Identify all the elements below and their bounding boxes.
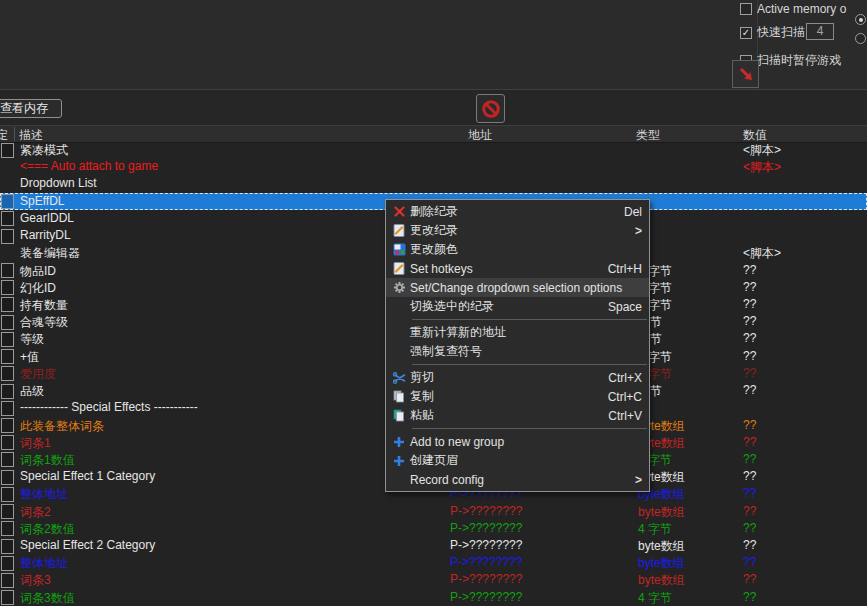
row-freeze-checkbox[interactable] <box>1 539 14 554</box>
row-description: 词条3 <box>20 572 51 589</box>
row-freeze-checkbox[interactable] <box>1 297 14 312</box>
row-description: 整体地址 <box>20 555 68 572</box>
row-value: ?? <box>743 435 756 449</box>
delete-icon <box>388 206 410 217</box>
option-active-memory: Active memory o <box>740 2 846 16</box>
row-description: Special Effect 2 Category <box>20 538 155 552</box>
quick-scan-checkbox[interactable]: ✓ <box>740 27 752 39</box>
context-menu: 删除纪录Del更改纪录>更改颜色Set hotkeysCtrl+HSet/Cha… <box>385 199 650 492</box>
row-description: 词条2 <box>20 504 51 521</box>
row-description: 物品ID <box>20 263 56 280</box>
row-freeze-checkbox[interactable] <box>1 573 14 588</box>
pause-while-scanning-label: 扫描时暂停游戏 <box>757 52 841 69</box>
menu-item[interactable]: 创建页眉 <box>386 451 649 470</box>
menu-item[interactable]: 剪切Ctrl+X <box>386 368 649 387</box>
row-freeze-checkbox[interactable] <box>1 332 14 347</box>
view-memory-button[interactable]: 查看内存 <box>0 99 62 118</box>
menu-item-label: 重新计算新的地址 <box>410 324 642 341</box>
row-value: ?? <box>743 452 756 466</box>
menu-item[interactable]: Record config> <box>386 470 649 489</box>
row-description: Special Effect 1 Category <box>20 469 155 483</box>
option-quick-scan: ✓ 快速扫描 <box>740 24 805 41</box>
row-freeze-checkbox[interactable] <box>1 435 14 450</box>
menu-item[interactable]: 复制Ctrl+C <box>386 387 649 406</box>
menu-item[interactable]: 删除纪录Del <box>386 202 649 221</box>
row-freeze-checkbox[interactable] <box>1 366 14 381</box>
row-address: P->???????? <box>450 504 522 518</box>
menu-item-label: Record config <box>410 473 629 487</box>
row-value: ?? <box>743 418 756 432</box>
table-row[interactable]: 词条2P->????????byte数组?? <box>0 503 867 520</box>
row-freeze-checkbox[interactable] <box>1 590 14 605</box>
menu-item[interactable]: 强制复查符号 <box>386 342 649 361</box>
row-freeze-checkbox[interactable] <box>1 556 14 571</box>
row-type: byte数组 <box>638 538 685 555</box>
row-type: 4 字节 <box>638 521 672 538</box>
row-freeze-checkbox[interactable] <box>1 229 14 244</box>
menu-item-shortcut: Ctrl+V <box>608 409 642 423</box>
row-freeze-checkbox[interactable] <box>1 194 14 209</box>
menu-item[interactable]: 更改颜色 <box>386 240 649 259</box>
menu-item[interactable]: Set hotkeysCtrl+H <box>386 259 649 278</box>
menu-item[interactable]: 重新计算新的地址 <box>386 323 649 342</box>
row-freeze-checkbox[interactable] <box>1 315 14 330</box>
row-freeze-checkbox[interactable] <box>1 504 14 519</box>
row-value: ?? <box>743 555 756 569</box>
quick-scan-size-input[interactable]: 4 <box>806 23 834 40</box>
table-row[interactable]: 词条2数值P->????????4 字节?? <box>0 520 867 537</box>
menu-item[interactable]: Set/Change dropdown selection options <box>386 278 649 297</box>
row-freeze-checkbox[interactable] <box>1 487 14 502</box>
row-description: ------------ Special Effects ----------- <box>20 400 198 414</box>
row-value: ?? <box>743 331 756 345</box>
scan-option-radio-bottom[interactable] <box>855 33 866 44</box>
menu-separator <box>412 428 647 429</box>
scan-option-radio-top[interactable] <box>855 14 866 25</box>
table-row[interactable]: Dropdown List <box>0 175 867 192</box>
menu-item-label: 复制 <box>410 388 600 405</box>
row-freeze-checkbox[interactable] <box>1 418 14 433</box>
menu-item-shortcut: Del <box>624 205 642 219</box>
row-description: 词条1数值 <box>20 452 75 469</box>
row-freeze-checkbox[interactable] <box>1 280 14 295</box>
menu-item-label: Set/Change dropdown selection options <box>410 281 642 295</box>
row-freeze-checkbox[interactable] <box>1 470 14 485</box>
table-row[interactable]: 词条3数值P->????????4 字节?? <box>0 589 867 606</box>
menu-item[interactable]: 更改纪录> <box>386 221 649 240</box>
row-value: ?? <box>743 521 756 535</box>
menu-item[interactable]: Add to new group <box>386 432 649 451</box>
row-freeze-checkbox[interactable] <box>1 384 14 399</box>
edit-record-icon <box>388 224 410 237</box>
menu-item[interactable]: 切换选中的纪录Space <box>386 297 649 316</box>
menu-item[interactable]: 粘贴Ctrl+V <box>386 406 649 425</box>
active-memory-checkbox[interactable] <box>740 3 752 15</box>
table-row[interactable]: 整体地址P->????????byte数组?? <box>0 554 867 571</box>
row-value: ?? <box>743 590 756 604</box>
menu-item-label: 粘贴 <box>410 407 600 424</box>
table-row[interactable]: 词条3P->????????byte数组?? <box>0 571 867 588</box>
plus-icon <box>388 455 410 467</box>
row-description: Dropdown List <box>20 176 97 190</box>
row-description: 词条1 <box>20 435 51 452</box>
row-freeze-checkbox[interactable] <box>1 211 14 226</box>
row-freeze-checkbox[interactable] <box>1 263 14 278</box>
stop-scan-button[interactable] <box>476 94 505 123</box>
plus-icon <box>388 436 410 448</box>
row-freeze-checkbox[interactable] <box>1 452 14 467</box>
scissors-icon <box>388 372 410 384</box>
table-row[interactable]: 紧凑模式<脚本> <box>0 141 867 158</box>
row-freeze-checkbox[interactable] <box>1 143 14 158</box>
row-description: 持有数量 <box>20 297 68 314</box>
table-row[interactable]: <=== Auto attach to game<脚本> <box>0 158 867 175</box>
row-freeze-checkbox[interactable] <box>1 401 14 416</box>
submenu-arrow-icon: > <box>635 224 642 238</box>
row-type: byte数组 <box>638 572 685 589</box>
attach-to-process-button[interactable] <box>732 60 759 88</box>
row-description: 紧凑模式 <box>20 142 68 159</box>
table-row[interactable]: Special Effect 2 CategoryP->????????byte… <box>0 537 867 554</box>
menu-item-label: Add to new group <box>410 435 642 449</box>
menu-item-label: 删除纪录 <box>410 203 616 220</box>
row-freeze-checkbox[interactable] <box>1 349 14 364</box>
row-freeze-checkbox[interactable] <box>1 521 14 536</box>
row-value: <脚本> <box>743 159 781 176</box>
menu-item-shortcut: Ctrl+C <box>608 390 642 404</box>
